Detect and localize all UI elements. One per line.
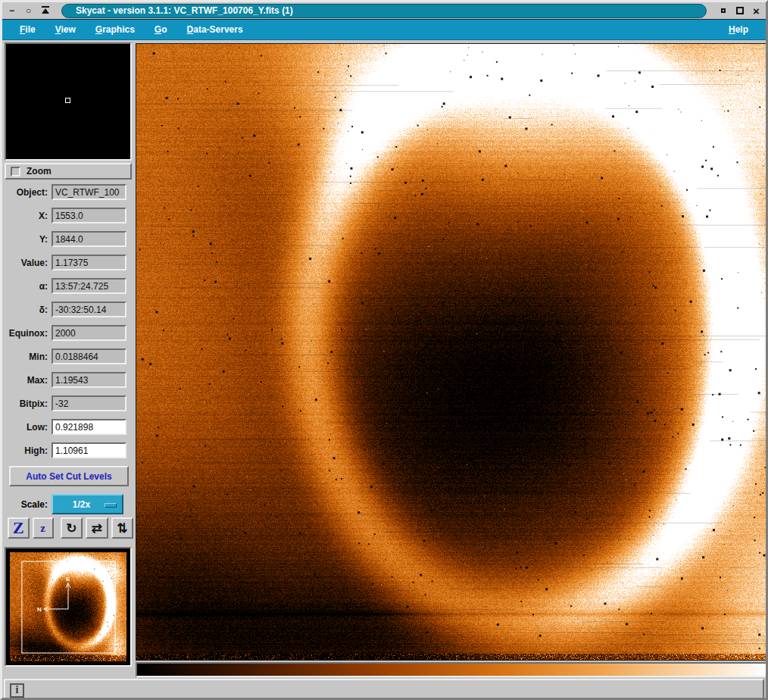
high-cut-field[interactable] xyxy=(52,442,126,458)
option-menu-indicator-icon xyxy=(105,503,117,508)
low-cut-field[interactable] xyxy=(52,419,126,435)
menu-go[interactable]: Go xyxy=(145,21,177,38)
object-field[interactable] xyxy=(52,184,126,200)
field-x: X: xyxy=(5,208,133,223)
info-icon[interactable]: i xyxy=(10,683,24,698)
image-viewport xyxy=(135,40,768,677)
rotate-button[interactable]: ↻ xyxy=(61,517,83,539)
status-bar: i xyxy=(4,679,764,700)
field-low: Low: xyxy=(5,419,133,435)
x-field[interactable] xyxy=(52,208,126,223)
colorbar-canvas[interactable] xyxy=(137,664,766,676)
skycat-window: − ○ Skycat - version 3.1.1: VC_RTWF_1007… xyxy=(0,0,768,700)
fits-image-canvas[interactable] xyxy=(136,44,766,660)
scale-value: 1/2x xyxy=(73,499,90,510)
iconify-icon[interactable] xyxy=(716,5,729,17)
zoom-in-button[interactable]: Z xyxy=(8,517,30,539)
scale-row: Scale: 1/2x xyxy=(5,494,133,514)
menu-view[interactable]: View xyxy=(45,21,86,38)
min-field[interactable] xyxy=(52,348,126,364)
shade-glyph xyxy=(42,8,49,14)
image-info-form: Object: X: Y: Value: α: xyxy=(5,184,133,458)
field-dec: δ: xyxy=(5,302,133,317)
scale-label: Scale: xyxy=(5,499,52,510)
flip-horizontal-button[interactable]: ⇄ xyxy=(86,517,108,539)
field-object: Object: xyxy=(5,184,133,200)
zoom-window[interactable] xyxy=(5,42,132,161)
control-panel: Zoom Object: X: Y: Value: xyxy=(2,40,135,677)
field-high: High: xyxy=(5,442,133,458)
window-title: Skycat - version 3.1.1: VC_RTWF_100706_Y… xyxy=(61,4,707,18)
menu-bar: File View Graphics Go Data-Servers Help xyxy=(2,20,766,40)
dec-field[interactable] xyxy=(52,302,126,317)
zoom-checkbox-label: Zoom xyxy=(27,166,52,177)
image-frame xyxy=(136,43,767,661)
bitpix-field[interactable] xyxy=(52,395,126,411)
flip-vertical-button[interactable]: ⇅ xyxy=(111,517,133,539)
zoom-toggle-bar: Zoom xyxy=(5,163,132,180)
pan-window[interactable] xyxy=(5,547,132,667)
pan-canvas[interactable] xyxy=(10,552,126,661)
ra-field[interactable] xyxy=(52,278,126,294)
title-bar: − ○ Skycat - version 3.1.1: VC_RTWF_1007… xyxy=(2,2,766,20)
field-value: Value: xyxy=(5,255,133,270)
colorbar-frame xyxy=(136,662,767,677)
equinox-field[interactable] xyxy=(52,325,126,341)
field-min: Min: xyxy=(5,348,133,364)
iconify-glyph xyxy=(721,8,726,13)
menu-graphics[interactable]: Graphics xyxy=(86,21,145,38)
field-equinox: Equinox: xyxy=(5,325,133,341)
close-icon[interactable]: × xyxy=(750,5,763,17)
maximize-icon[interactable] xyxy=(733,5,746,17)
menu-file[interactable]: File xyxy=(10,21,45,38)
y-field[interactable] xyxy=(52,231,126,247)
menu-data-servers[interactable]: Data-Servers xyxy=(177,21,253,38)
transform-buttons: Z z ↻ ⇄ ⇅ xyxy=(8,517,133,539)
field-max: Max: xyxy=(5,372,133,388)
field-ra: α: xyxy=(5,278,133,294)
field-y: Y: xyxy=(5,231,133,247)
maximize-glyph xyxy=(736,7,744,14)
zoom-canvas[interactable] xyxy=(6,44,130,159)
field-bitpix: Bitpix: xyxy=(5,395,133,411)
minimize-icon[interactable]: − xyxy=(5,5,18,17)
zoom-checkbox[interactable] xyxy=(11,167,20,177)
menu-help[interactable]: Help xyxy=(719,21,758,38)
zoom-out-button[interactable]: z xyxy=(33,517,54,539)
max-field[interactable] xyxy=(52,372,126,388)
scale-option-menu[interactable]: 1/2x xyxy=(52,494,123,514)
value-field[interactable] xyxy=(52,255,126,270)
auto-set-cut-levels-button[interactable]: Auto Set Cut Levels xyxy=(9,466,129,486)
restore-icon[interactable]: ○ xyxy=(22,5,35,17)
shade-icon[interactable] xyxy=(39,5,52,17)
